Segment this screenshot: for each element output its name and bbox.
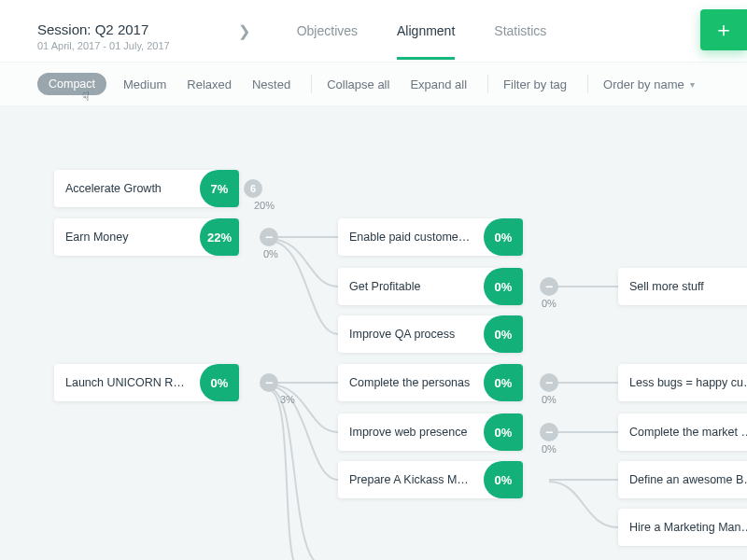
collapse-node[interactable]: − — [260, 228, 278, 246]
chevron-down-icon: ▾ — [690, 79, 695, 90]
main-tabs: Objectives Alignment Statistics — [297, 0, 547, 62]
objective-percent: 0% — [484, 268, 523, 305]
objective-percent: 0% — [484, 413, 523, 451]
objective-card[interactable]: Define an awesome Bran — [618, 461, 747, 498]
objective-label: Accelerate Growth — [54, 182, 200, 195]
view-relaxed[interactable]: Relaxed — [187, 77, 232, 91]
node-percent: 20% — [254, 200, 275, 211]
view-compact[interactable]: Compact ☟ — [37, 73, 106, 95]
session-dates: 01 April, 2017 - 01 July, 2017 — [37, 40, 170, 51]
view-nested[interactable]: Nested — [252, 77, 290, 91]
objective-label: Complete the personas — [338, 376, 484, 389]
objective-card[interactable]: Improve QA process 0% — [338, 315, 523, 353]
minus-icon: − — [545, 426, 553, 439]
add-button[interactable]: ＋ — [700, 9, 747, 50]
objective-label: Get Profitable — [338, 280, 484, 293]
objective-card[interactable]: Improve web presence 0% — [338, 413, 523, 451]
collapse-node[interactable]: − — [540, 373, 558, 392]
minus-icon: − — [545, 280, 553, 293]
objective-card[interactable]: Complete the personas 0% — [338, 364, 523, 401]
alignment-canvas[interactable]: Accelerate Growth 7% Earn Money 22% Laun… — [0, 106, 747, 560]
minus-icon: − — [265, 376, 273, 389]
node-percent: 0% — [263, 248, 278, 259]
objective-percent: 0% — [200, 364, 239, 401]
expand-all[interactable]: Expand all — [410, 77, 467, 91]
cursor-pointer-icon: ☟ — [82, 90, 90, 104]
filter-by-tag[interactable]: Filter by tag — [503, 77, 567, 91]
collapse-node[interactable]: − — [540, 423, 558, 441]
objective-percent: 22% — [200, 218, 239, 256]
objective-card[interactable]: Enable paid customer ac… 0% — [338, 218, 523, 256]
session-next-icon[interactable]: ❯ — [226, 22, 263, 40]
objective-card[interactable]: Less bugs = happy custo — [618, 364, 747, 401]
tab-statistics[interactable]: Statistics — [494, 3, 546, 60]
objective-percent: 0% — [484, 461, 523, 498]
collapse-node[interactable]: − — [540, 277, 558, 296]
tab-objectives[interactable]: Objectives — [297, 3, 358, 60]
plus-icon: ＋ — [713, 20, 734, 40]
objective-label: Earn Money — [54, 231, 200, 244]
objective-card[interactable]: Accelerate Growth 7% — [54, 170, 239, 207]
objective-label: Define an awesome Bran — [618, 473, 747, 486]
objective-percent: 0% — [484, 315, 523, 353]
objective-card[interactable]: Earn Money 22% — [54, 218, 239, 256]
expand-count-node[interactable]: 6 — [244, 179, 262, 198]
objective-label: Hire a Marketing Manage — [618, 521, 747, 534]
objective-card[interactable]: Sell more stuff — [618, 268, 747, 305]
node-percent: 0% — [542, 443, 557, 455]
header-bar: Session: Q2 2017 01 April, 2017 - 01 Jul… — [0, 0, 747, 62]
objective-percent: 7% — [200, 170, 239, 207]
objective-card[interactable]: Launch UNICORN Release 0% — [54, 364, 239, 401]
objective-label: Improve web presence — [338, 426, 484, 439]
collapse-node[interactable]: − — [260, 373, 278, 392]
tab-alignment[interactable]: Alignment — [397, 3, 455, 60]
session-title: Session: Q2 2017 — [37, 21, 170, 37]
node-percent: 3% — [280, 394, 295, 405]
objective-card[interactable]: Get Profitable 0% — [338, 268, 523, 305]
objective-card[interactable]: Hire a Marketing Manage — [618, 509, 747, 546]
toolbar-separator — [311, 75, 312, 93]
objective-label: Complete the market res — [618, 426, 747, 439]
minus-icon: − — [545, 376, 553, 389]
objective-label: Enable paid customer ac… — [338, 231, 484, 244]
toolbar-separator — [487, 75, 488, 93]
view-medium[interactable]: Medium — [123, 77, 166, 91]
session-block[interactable]: Session: Q2 2017 01 April, 2017 - 01 Jul… — [37, 10, 170, 51]
objective-card[interactable]: Prepare A Kickass Marke… 0% — [338, 461, 523, 498]
minus-icon: − — [265, 231, 273, 244]
toolbar-separator — [587, 75, 588, 93]
collapse-all[interactable]: Collapse all — [327, 77, 389, 91]
objective-label: Less bugs = happy custo — [618, 376, 747, 389]
objective-percent: 0% — [484, 218, 523, 256]
order-by[interactable]: Order by name ▾ — [603, 77, 695, 91]
objective-card[interactable]: Complete the market res — [618, 413, 747, 451]
view-toolbar: Compact ☟ Medium Relaxed Nested Collapse… — [0, 62, 747, 106]
node-percent: 0% — [542, 394, 557, 405]
node-percent: 0% — [542, 298, 557, 309]
objective-label: Sell more stuff — [618, 280, 747, 293]
objective-label: Launch UNICORN Release — [54, 376, 200, 389]
node-count: 6 — [250, 184, 256, 194]
view-compact-label: Compact — [49, 77, 95, 91]
objective-label: Prepare A Kickass Marke… — [338, 473, 484, 486]
objective-label: Improve QA process — [338, 328, 484, 341]
order-by-label: Order by name — [603, 77, 684, 91]
objective-percent: 0% — [484, 364, 523, 401]
